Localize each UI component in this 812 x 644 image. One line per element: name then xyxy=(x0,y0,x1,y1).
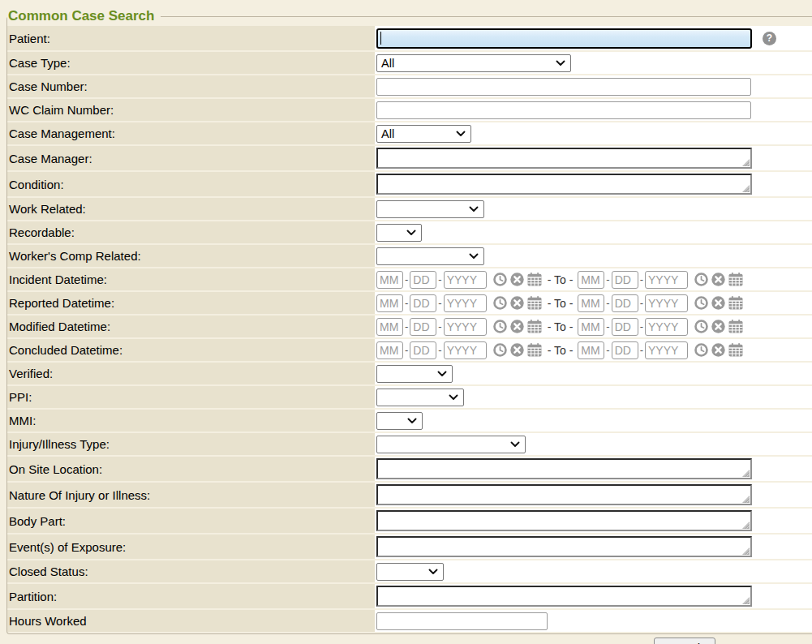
reported-datetime-to-date: -- xyxy=(578,294,743,312)
clear-icon[interactable] xyxy=(711,296,725,310)
modified-datetime-label: Modified Datetime: xyxy=(7,316,375,337)
recordable-label: Recordable: xyxy=(7,221,375,243)
clear-icon[interactable] xyxy=(711,320,725,333)
nature-of-injury-textarea[interactable] xyxy=(376,484,752,505)
workers-comp-related-select[interactable] xyxy=(376,247,484,265)
case-management-select[interactable]: All xyxy=(376,125,471,143)
reported-datetime-from-year-input[interactable] xyxy=(444,294,487,312)
patient-input[interactable] xyxy=(376,28,752,49)
incident-datetime-from-day-input[interactable] xyxy=(410,271,436,289)
incident-datetime-from-month-input[interactable] xyxy=(376,271,403,289)
clock-icon[interactable] xyxy=(694,273,708,286)
reported-datetime-to-month-input[interactable] xyxy=(578,294,604,312)
chevron-down-icon xyxy=(437,371,447,377)
case-manager-textarea[interactable] xyxy=(376,148,752,169)
calendar-icon[interactable] xyxy=(728,320,743,333)
reported-datetime-from-day-input[interactable] xyxy=(410,294,436,312)
recordable-select[interactable] xyxy=(376,224,422,242)
incident-datetime-to-month-input[interactable] xyxy=(578,271,604,289)
resize-grip[interactable] xyxy=(742,547,750,555)
concluded-datetime-to-year-input[interactable] xyxy=(645,341,688,359)
modified-datetime-from-day-input[interactable] xyxy=(410,318,436,336)
clock-icon[interactable] xyxy=(694,320,708,333)
concluded-datetime-from-year-input[interactable] xyxy=(444,341,487,359)
body-part-textarea[interactable] xyxy=(376,510,752,531)
date-separator: - xyxy=(438,273,441,286)
work-related-select[interactable] xyxy=(376,200,484,218)
calendar-icon[interactable] xyxy=(527,343,542,357)
calendar-icon[interactable] xyxy=(728,343,743,357)
date-separator: - xyxy=(438,297,441,309)
verified-label: Verified: xyxy=(7,363,375,384)
clear-icon[interactable] xyxy=(510,343,524,357)
form-row-mmi: MMI: xyxy=(7,410,812,431)
date-separator: - xyxy=(438,320,441,333)
ppi-select[interactable] xyxy=(376,389,464,406)
resize-grip[interactable] xyxy=(742,597,750,604)
case-type-select[interactable]: All xyxy=(376,54,571,72)
calendar-icon[interactable] xyxy=(728,273,743,286)
clock-icon[interactable] xyxy=(694,296,708,310)
clock-icon[interactable] xyxy=(694,343,708,357)
concluded-datetime-to-day-input[interactable] xyxy=(612,341,638,359)
form-row-partition: Partition: xyxy=(7,584,812,608)
clear-icon[interactable] xyxy=(510,296,524,310)
clock-icon[interactable] xyxy=(493,320,507,333)
incident-datetime-to-day-input[interactable] xyxy=(612,271,638,289)
chevron-down-icon xyxy=(510,441,520,448)
wc-claim-number-input[interactable] xyxy=(376,101,751,119)
on-site-location-textarea[interactable] xyxy=(376,458,752,479)
calendar-icon[interactable] xyxy=(527,296,542,310)
clear-icon[interactable] xyxy=(711,273,725,286)
resize-grip[interactable] xyxy=(742,496,750,503)
events-of-exposure-textarea[interactable] xyxy=(376,536,752,557)
resize-grip[interactable] xyxy=(742,159,750,166)
mmi-select[interactable] xyxy=(376,412,423,430)
modified-datetime-to-day-input[interactable] xyxy=(612,318,638,336)
resize-grip[interactable] xyxy=(742,522,750,529)
clock-icon[interactable] xyxy=(493,296,507,310)
calendar-icon[interactable] xyxy=(527,320,542,333)
clear-icon[interactable] xyxy=(510,273,524,286)
resize-grip[interactable] xyxy=(742,470,750,477)
case-number-input[interactable] xyxy=(376,78,751,96)
concluded-datetime-from-month-input[interactable] xyxy=(376,341,403,359)
modified-datetime-to-year-input[interactable] xyxy=(645,318,688,336)
closed-status-select[interactable] xyxy=(376,563,444,581)
condition-textarea[interactable] xyxy=(376,174,752,195)
incident-datetime-from-year-input[interactable] xyxy=(444,271,487,289)
verified-select[interactable] xyxy=(376,365,453,383)
clear-icon[interactable] xyxy=(711,343,725,357)
calendar-icon[interactable] xyxy=(527,273,542,286)
partition-textarea[interactable] xyxy=(376,586,752,607)
incident-datetime-to-year-input[interactable] xyxy=(645,271,688,289)
form-row-ppi: PPI: xyxy=(7,386,812,408)
reported-datetime-to-year-input[interactable] xyxy=(645,294,688,312)
modified-datetime-to-month-input[interactable] xyxy=(578,318,604,336)
hours-worked-input[interactable] xyxy=(376,612,548,630)
search-button[interactable]: Search xyxy=(654,638,715,644)
reported-datetime-from-month-input[interactable] xyxy=(376,294,403,312)
form-row-events-of-exposure: Event(s) of Exposure: xyxy=(7,535,812,559)
modified-datetime-from-year-input[interactable] xyxy=(444,318,487,336)
case-manager-field-cell xyxy=(375,146,812,170)
date-separator: - xyxy=(640,320,643,333)
date-separator: - xyxy=(606,320,609,333)
condition-label: Condition: xyxy=(7,172,375,196)
injury-illness-type-select[interactable] xyxy=(376,436,526,453)
clear-icon[interactable] xyxy=(510,320,524,333)
concluded-datetime-to-month-input[interactable] xyxy=(578,341,604,359)
footer-bar: Search xyxy=(0,634,812,644)
form-row-patient: Patient:? xyxy=(7,26,812,50)
resize-grip[interactable] xyxy=(742,185,750,192)
modified-datetime-from-month-input[interactable] xyxy=(376,318,403,336)
concluded-datetime-from-day-input[interactable] xyxy=(410,341,436,359)
search-form: Patient:?Case Type:AllCase Number:WC Cla… xyxy=(7,24,812,632)
reported-datetime-to-day-input[interactable] xyxy=(612,294,638,312)
calendar-icon[interactable] xyxy=(728,296,743,310)
clock-icon[interactable] xyxy=(493,343,507,357)
incident-datetime-to-date: -- xyxy=(578,271,743,289)
clock-icon[interactable] xyxy=(493,273,507,286)
help-icon[interactable]: ? xyxy=(763,32,776,45)
form-row-incident-datetime: Incident Datetime:--- To --- xyxy=(7,268,812,290)
